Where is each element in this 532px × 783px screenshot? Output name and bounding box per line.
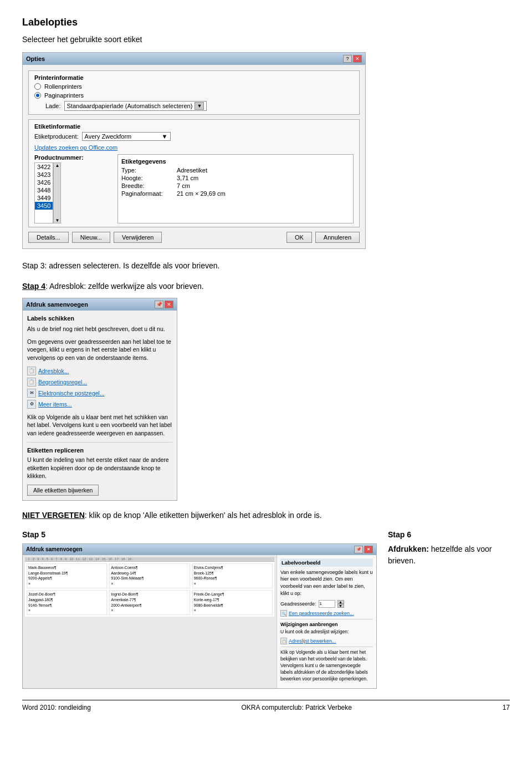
updates-link-container: Updates zoeken op Office.com bbox=[34, 144, 354, 151]
lrp-arrows: ▲ ▼ bbox=[337, 600, 344, 608]
lrp-wijzigingen-title: Wijzigingen aanbrengen bbox=[280, 622, 373, 627]
dialog-right-buttons: OK Annuleren bbox=[287, 232, 360, 243]
lrp-adreslijst-row: 📋 Adreslijst bewerken... bbox=[280, 638, 373, 644]
radio-rollenprinters[interactable] bbox=[34, 83, 41, 90]
verwijderen-button[interactable]: Verwijderen bbox=[114, 232, 162, 243]
afdruk-link1[interactable]: Adresblok... bbox=[38, 368, 69, 374]
label-preview-titlebar: Afdruk samenvoegen 📌 ✕ bbox=[23, 544, 376, 555]
close-btn[interactable]: ✕ bbox=[353, 55, 362, 63]
product-item-3423[interactable]: 3423 bbox=[35, 171, 53, 179]
product-list-inner: 3422 3423 3426 3448 3449 3450 ▲ ▼ bbox=[34, 162, 112, 223]
label-preview-body: · 1 · 2 · 3 · 4 · 5 · 6 · 7 · 8 · 9 · 10… bbox=[23, 555, 376, 688]
footer-middle: OKRA computerclub: Patrick Verbeke bbox=[242, 704, 352, 711]
etiket-hoogte-key: Hoogte: bbox=[121, 175, 177, 181]
lrp-sep2 bbox=[280, 647, 373, 647]
printer-section: Printerinformatie Rollenprinters Paginap… bbox=[28, 70, 360, 115]
printer-section-label: Printerinformatie bbox=[34, 74, 354, 81]
afdruk-text1: Als u de brief nog niet hebt geschreven,… bbox=[27, 325, 172, 333]
etiket-producer-dropdown[interactable]: Avery Zweckform ▼ bbox=[82, 132, 171, 141]
label-r2c1: Jozef-De-Boer¶ Jaagpad-180¶ 9140-Temse¶ … bbox=[27, 590, 107, 615]
lrp-search-icon: 🔍 bbox=[280, 610, 287, 617]
opties-title: Opties bbox=[26, 55, 45, 62]
product-list-box: Productnummer: 3422 3423 3426 3448 3449 … bbox=[34, 154, 112, 223]
lrp-geadresseerde-input[interactable]: 1 bbox=[319, 600, 335, 608]
alle-etiketten-button[interactable]: Alle etiketten bijwerken bbox=[27, 485, 99, 496]
step4-suffix: : Adresblok: zelfde werkwijze als voor b… bbox=[45, 282, 204, 291]
lade-dropdown[interactable]: Standaardpapierlade (Automatisch selecte… bbox=[64, 101, 207, 111]
list-scrollbar[interactable]: ▲ ▼ bbox=[53, 162, 61, 223]
label-preview-btns: 📌 ✕ bbox=[354, 546, 373, 553]
product-item-3449[interactable]: 3449 bbox=[35, 194, 53, 202]
lade-row: Lade: Standaardpapierlade (Automatisch s… bbox=[45, 101, 354, 111]
lrp-adreslijst-link[interactable]: Adreslijst bewerken... bbox=[289, 638, 336, 644]
product-item-3422[interactable]: 3422 bbox=[35, 163, 53, 171]
annuleren-button[interactable]: Annuleren bbox=[315, 232, 360, 243]
etiket-gegevens-title: Etiketgegevens bbox=[121, 158, 350, 165]
etiket-dropdown-arrow: ▼ bbox=[162, 133, 168, 140]
product-item-3450[interactable]: 3450 bbox=[35, 202, 53, 210]
afdruk-separator bbox=[27, 442, 172, 443]
label-r1c2: Antoon-Coens¶ Aardeweg-14¶ 9100-Sint-Nik… bbox=[109, 563, 190, 588]
step5-label: Stap 5 bbox=[22, 530, 377, 539]
etiket-pagina-val: 21 cm × 29,69 cm bbox=[177, 190, 226, 197]
lrp-search-link[interactable]: Een geadresseerde zoeken... bbox=[289, 611, 354, 616]
lrp-arrow-up[interactable]: ▲ bbox=[337, 600, 344, 604]
etiket-type-val: Adresetiket bbox=[177, 167, 207, 174]
afdruk-titlebar: Afdruk samenvoegen 📌 ✕ bbox=[23, 298, 177, 311]
updates-link[interactable]: Updates zoeken op Office.com bbox=[34, 144, 117, 151]
label-r2c3: Freek-De-Lange¶ Korte-weg-17¶ 9080-Beerv… bbox=[192, 590, 273, 615]
step5-col: Stap 5 Afdruk samenvoegen 📌 ✕ · 1 · 2 · … bbox=[22, 530, 377, 689]
radio-paginaprinters-label: Paginaprinters bbox=[44, 92, 84, 99]
step3-text: Stap 3: adressen selecteren. Is dezelfde… bbox=[22, 260, 510, 272]
page-heading: Labelopties bbox=[22, 17, 510, 28]
product-label: Productnummer: bbox=[34, 154, 112, 161]
lade-value: Standaardpapierlade (Automatisch selecte… bbox=[67, 103, 193, 109]
afdruk-text3: Klik op Volgende als u klaar bent met he… bbox=[27, 413, 172, 438]
label-ruler: · 1 · 2 · 3 · 4 · 5 · 6 · 7 · 8 · 9 · 10… bbox=[25, 557, 274, 562]
label-r1c1: Mark-Bauwens¶ Lange-Boomstraat-19¶ 9200-… bbox=[27, 563, 107, 588]
afdruk-link4[interactable]: Meer items... bbox=[38, 401, 72, 408]
radio-paginaprinters[interactable] bbox=[34, 92, 41, 99]
afdruk-link2[interactable]: Begroetingsregel... bbox=[38, 379, 87, 385]
etiket-hoogte-val: 3,71 cm bbox=[177, 175, 198, 181]
opties-titlebar: Opties ? ✕ bbox=[23, 53, 365, 65]
afdruk-etiketten-title: Etiketten repliceren bbox=[27, 447, 172, 454]
etiket-producer-row: Etiketproducent: Avery Zweckform ▼ bbox=[34, 132, 354, 141]
opties-dialog: Opties ? ✕ Printerinformatie Rollenprint… bbox=[22, 52, 366, 249]
lrp-arrow-down[interactable]: ▼ bbox=[337, 604, 344, 608]
lrp-title: Labelvoorbeeld bbox=[280, 558, 373, 567]
dialog-buttons-row: Details... Nieuw... Verwijderen OK Annul… bbox=[28, 232, 360, 243]
help-btn[interactable]: ? bbox=[343, 55, 352, 63]
step4-label: Stap 4 bbox=[22, 282, 45, 291]
product-item-3426[interactable]: 3426 bbox=[35, 179, 53, 186]
label-preview-title: Afdruk samenvoegen bbox=[26, 546, 83, 552]
label-r1c3: Elvira-Corstjens¶ Broek-125¶ 9600-Ronse¶… bbox=[192, 563, 273, 588]
afdruk-pin-btn[interactable]: 📌 bbox=[155, 301, 163, 308]
afdruk-dialog: Afdruk samenvoegen 📌 ✕ Labels schikken A… bbox=[22, 298, 177, 501]
details-button[interactable]: Details... bbox=[28, 232, 69, 243]
label-preview-close[interactable]: ✕ bbox=[364, 546, 373, 553]
product-item-3448[interactable]: 3448 bbox=[35, 186, 53, 194]
step6-label: Stap 6 bbox=[388, 530, 510, 539]
lrp-search-row: 🔍 Een geadresseerde zoeken... bbox=[280, 610, 373, 617]
lrp-adreslijst-icon: 📋 bbox=[280, 638, 287, 644]
footer-left: Word 2010: rondleiding bbox=[22, 704, 91, 711]
lade-arrow[interactable]: ▼ bbox=[195, 102, 204, 110]
etiket-breedte-val: 7 cm bbox=[177, 182, 190, 189]
label-sheet: · 1 · 2 · 3 · 4 · 5 · 6 · 7 · 8 · 9 · 10… bbox=[23, 555, 277, 688]
afdruk-link3[interactable]: Elektronische postzegel... bbox=[38, 390, 105, 396]
ok-button[interactable]: OK bbox=[287, 232, 312, 243]
afdruk-icon2: 📋 bbox=[27, 378, 36, 387]
afdruk-text2: Om gegevens over geadresseerden aan het … bbox=[27, 338, 172, 362]
label-row1: Mark-Bauwens¶ Lange-Boomstraat-19¶ 9200-… bbox=[27, 563, 273, 588]
etiket-producer-label: Etiketproducent: bbox=[34, 133, 79, 140]
label-preview-pin[interactable]: 📌 bbox=[354, 546, 363, 553]
etiket-pagina-row: Paginaformaat: 21 cm × 29,69 cm bbox=[121, 190, 350, 197]
etiket-breedte-key: Breedte: bbox=[121, 182, 177, 189]
afdruk-close-btn[interactable]: ✕ bbox=[165, 301, 173, 308]
radio-rollenprinters-label: Rollenprinters bbox=[44, 83, 82, 90]
opties-body: Printerinformatie Rollenprinters Paginap… bbox=[23, 65, 365, 248]
dialog-left-buttons: Details... Nieuw... Verwijderen bbox=[28, 232, 162, 243]
etiket-pagina-key: Paginaformaat: bbox=[121, 190, 177, 197]
nieuw-button[interactable]: Nieuw... bbox=[72, 232, 110, 243]
